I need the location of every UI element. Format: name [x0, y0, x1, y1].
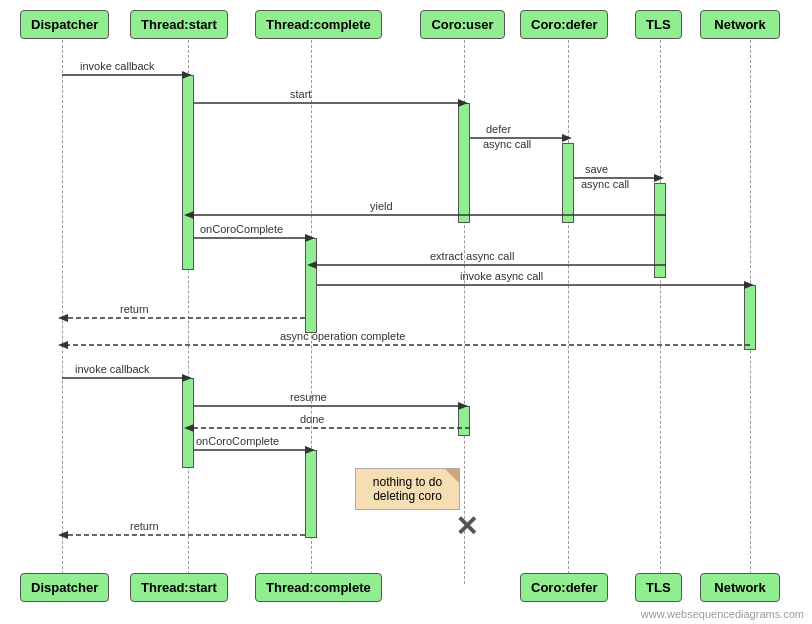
- svg-text:invoke callback: invoke callback: [75, 363, 150, 375]
- actor-dispatcher-bottom: Dispatcher: [20, 573, 109, 602]
- activation-threadstart-1: [182, 75, 194, 270]
- activation-network: [744, 285, 756, 350]
- svg-text:extract async call: extract async call: [430, 250, 514, 262]
- svg-text:resume: resume: [290, 391, 327, 403]
- lifeline-tls: [660, 40, 661, 584]
- svg-text:onCoroComplete: onCoroComplete: [200, 223, 283, 235]
- svg-text:async operation complete: async operation complete: [280, 330, 405, 342]
- arrows-svg: invoke callback start defer async call s…: [0, 0, 812, 624]
- actor-threadcomplete-top: Thread:complete: [255, 10, 382, 39]
- svg-text:done: done: [300, 413, 324, 425]
- svg-text:save: save: [585, 163, 608, 175]
- lifeline-corodefer: [568, 40, 569, 584]
- svg-marker-45: [58, 531, 68, 539]
- svg-text:async call: async call: [581, 178, 629, 190]
- svg-marker-30: [58, 341, 68, 349]
- svg-text:yield: yield: [370, 200, 393, 212]
- sequence-diagram: Dispatcher Thread:start Thread:complete …: [0, 0, 812, 624]
- actor-corouser-top: Coro:user: [420, 10, 505, 39]
- svg-text:invoke async call: invoke async call: [460, 270, 543, 282]
- svg-text:defer: defer: [486, 123, 511, 135]
- activation-corouser-2: [458, 406, 470, 436]
- svg-text:return: return: [130, 520, 159, 532]
- actor-network-bottom: Network: [700, 573, 780, 602]
- actor-tls-bottom: TLS: [635, 573, 682, 602]
- delete-mark: ✕: [455, 510, 478, 543]
- activation-threadstart-2: [182, 378, 194, 468]
- watermark: www.websequencediagrams.com: [641, 608, 804, 620]
- svg-marker-27: [58, 314, 68, 322]
- svg-text:async call: async call: [483, 138, 531, 150]
- svg-text:onCoroComplete: onCoroComplete: [196, 435, 279, 447]
- activation-threadcomplete-1: [305, 238, 317, 333]
- actor-tls-top: TLS: [635, 10, 682, 39]
- actor-threadstart-bottom: Thread:start: [130, 573, 228, 602]
- activation-corodefer-1: [562, 143, 574, 223]
- svg-text:start: start: [290, 88, 311, 100]
- activation-corouser-1: [458, 103, 470, 223]
- svg-marker-11: [654, 174, 664, 182]
- lifeline-dispatcher: [62, 40, 63, 584]
- actor-dispatcher-top: Dispatcher: [20, 10, 109, 39]
- note-nothing-to-do: nothing to dodeleting coro: [355, 468, 460, 510]
- actor-corodefer-top: Coro:defer: [520, 10, 608, 39]
- actor-threadcomplete-bottom: Thread:complete: [255, 573, 382, 602]
- svg-text:invoke callback: invoke callback: [80, 60, 155, 72]
- svg-marker-7: [562, 134, 572, 142]
- activation-tls-1: [654, 183, 666, 278]
- activation-threadcomplete-2: [305, 450, 317, 538]
- actor-corodefer-bottom: Coro:defer: [520, 573, 608, 602]
- actor-threadstart-top: Thread:start: [130, 10, 228, 39]
- svg-text:return: return: [120, 303, 149, 315]
- actor-network-top: Network: [700, 10, 780, 39]
